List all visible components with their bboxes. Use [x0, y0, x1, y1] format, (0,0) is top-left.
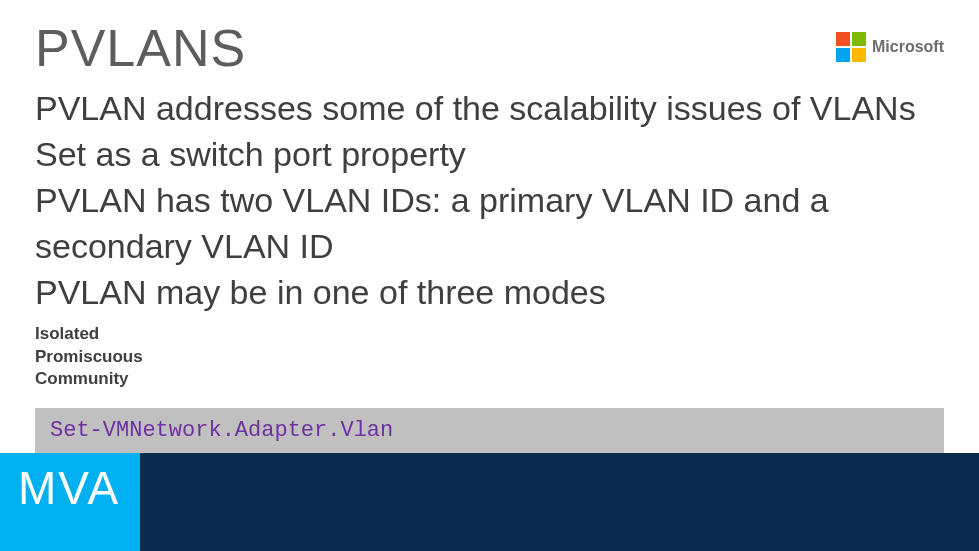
microsoft-wordmark: Microsoft	[872, 38, 944, 56]
footer-right-panel	[140, 453, 979, 551]
logo-square-yellow	[852, 48, 866, 62]
footer-left-panel: MVA	[0, 453, 140, 551]
logo-square-green	[852, 32, 866, 46]
slide-title: PVLANS	[35, 18, 246, 78]
logo-square-blue	[836, 48, 850, 62]
header: PVLANS Microsoft	[0, 0, 979, 78]
body-line-3: PVLAN has two VLAN IDs: a primary VLAN I…	[35, 178, 944, 270]
body-line-1: PVLAN addresses some of the scalability …	[35, 86, 944, 132]
code-command: Set-VMNetwork.Adapter.Vlan	[35, 408, 944, 453]
mode-promiscuous: Promiscuous	[35, 346, 944, 368]
microsoft-logo-icon	[836, 32, 866, 62]
mode-isolated: Isolated	[35, 323, 944, 345]
modes-list: Isolated Promiscuous Community	[0, 315, 979, 389]
body-content: PVLAN addresses some of the scalability …	[0, 78, 979, 315]
logo-square-red	[836, 32, 850, 46]
footer: MVA	[0, 453, 979, 551]
body-line-2: Set as a switch port property	[35, 132, 944, 178]
mode-community: Community	[35, 368, 944, 390]
microsoft-logo: Microsoft	[836, 18, 944, 62]
mva-logo-text: MVA	[18, 461, 120, 515]
body-line-4: PVLAN may be in one of three modes	[35, 270, 944, 316]
slide: PVLANS Microsoft PVLAN addresses some of…	[0, 0, 979, 551]
